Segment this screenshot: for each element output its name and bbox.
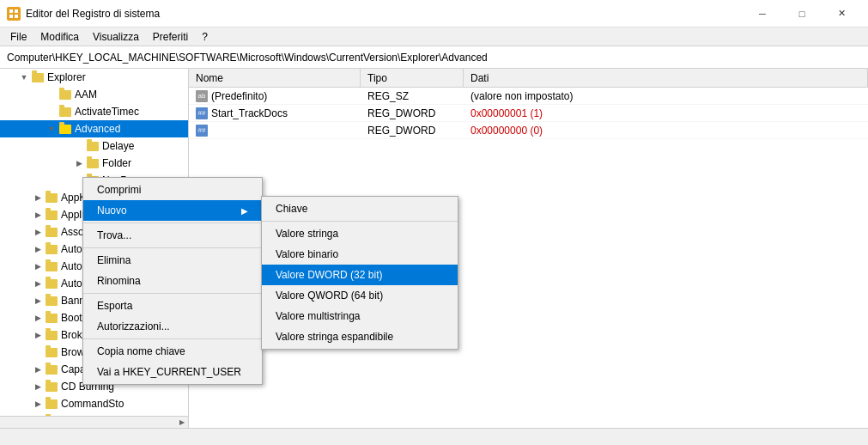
tree-item-commandsto[interactable]: ▶ CommandSto	[0, 395, 188, 412]
folder-icon	[45, 226, 58, 238]
reg-dword-icon: ##	[196, 107, 208, 119]
tree-item-delaye[interactable]: Delaye	[0, 137, 188, 155]
title-bar-left: Editor del Registro di sistema	[7, 7, 160, 21]
tree-item-explorer[interactable]: ▼ Explorer	[0, 69, 188, 86]
expand-icon: ▶	[31, 193, 45, 202]
col-header-nome[interactable]: Nome	[189, 69, 361, 87]
ctx-item-rinomina[interactable]: Rinomina	[83, 271, 262, 291]
svg-rect-0	[9, 9, 13, 13]
ctx-item-vai-hkcu[interactable]: Vai a HKEY_CURRENT_USER	[83, 362, 262, 382]
expand-icon: ▶	[31, 210, 45, 219]
svg-rect-1	[15, 9, 18, 13]
expand-icon: ▶	[31, 382, 45, 391]
cell-dati: 0x00000001 (1)	[464, 107, 868, 119]
reg-sz-icon: ab	[196, 90, 208, 102]
cell-nome: ## Start_TrackDocs	[189, 107, 361, 119]
menu-visualizza[interactable]: Visualizza	[86, 27, 146, 46]
window-title: Editor del Registro di sistema	[26, 8, 160, 20]
folder-icon	[86, 140, 100, 152]
minimize-button[interactable]: ─	[743, 0, 782, 27]
cell-tipo: REG_DWORD	[361, 107, 464, 119]
expand-icon: ▶	[31, 331, 45, 339]
folder-icon	[86, 157, 100, 169]
submenu: Chiave Valore stringa Valore binario Val…	[261, 196, 458, 350]
main-content: HTNovo ▼ Explorer AAM ActivateTimec ▼ Ad…	[0, 69, 868, 428]
app-icon	[7, 7, 21, 21]
sub-item-chiave[interactable]: Chiave	[262, 198, 458, 219]
expand-icon: ▶	[31, 279, 45, 288]
tree-item-advanced[interactable]: ▼ Advanced	[0, 120, 188, 137]
folder-icon	[45, 260, 58, 272]
cell-nome: ##	[189, 125, 361, 137]
context-menu: Comprimi Nuovo ▶ Trova... Elimina Rinomi…	[82, 177, 263, 385]
sub-item-valore-stringa-espandibile[interactable]: Valore stringa espandibile	[262, 326, 458, 347]
folder-icon	[45, 381, 58, 393]
col-header-dati[interactable]: Dati	[464, 69, 868, 87]
tree-item-activatetimec[interactable]: ActivateTimec	[0, 103, 188, 120]
expand-icon: ▶	[31, 314, 45, 322]
folder-icon	[45, 312, 58, 324]
sub-item-valore-qword[interactable]: Valore QWORD (64 bit)	[262, 285, 458, 306]
data-row[interactable]: ## Start_TrackDocs REG_DWORD 0x00000001 …	[189, 105, 868, 122]
folder-icon	[45, 295, 58, 307]
folder-icon	[45, 209, 58, 221]
cell-tipo: REG_DWORD	[361, 125, 464, 137]
expand-icon: ▼	[45, 125, 58, 133]
data-row[interactable]: ab (Predefinito) REG_SZ (valore non impo…	[189, 88, 868, 105]
folder-icon	[45, 346, 58, 358]
ctx-item-autorizzazioni[interactable]: Autorizzazioni...	[83, 316, 262, 337]
tree-item-folder[interactable]: ▶ Folder	[0, 155, 188, 172]
maximize-button[interactable]: □	[782, 0, 822, 27]
expand-icon: ▼	[17, 73, 31, 82]
menu-modifica[interactable]: Modifica	[33, 27, 86, 46]
sub-item-valore-dword[interactable]: Valore DWORD (32 bit)	[262, 265, 458, 285]
reg-dword-icon: ##	[196, 125, 208, 137]
ctx-item-nuovo[interactable]: Nuovo ▶	[83, 200, 262, 221]
ctx-separator	[262, 221, 458, 222]
folder-icon	[45, 192, 58, 204]
menu-file[interactable]: File	[3, 27, 33, 46]
title-bar: Editor del Registro di sistema ─ □ ✕	[0, 0, 868, 27]
ctx-separator	[83, 338, 262, 339]
folder-icon	[45, 277, 58, 290]
folder-icon	[31, 71, 45, 83]
expand-icon: ▶	[72, 159, 86, 168]
svg-rect-3	[15, 15, 18, 18]
folder-icon	[58, 123, 72, 135]
submenu-arrow: ▶	[241, 206, 248, 216]
window-controls: ─ □ ✕	[743, 0, 861, 27]
sub-item-valore-binario[interactable]: Valore binario	[262, 244, 458, 265]
expand-icon: ▶	[31, 365, 45, 374]
svg-rect-2	[9, 15, 13, 18]
menu-preferiti[interactable]: Preferiti	[146, 27, 195, 46]
address-bar: Computer\HKEY_LOCAL_MACHINE\SOFTWARE\Mic…	[0, 46, 868, 69]
status-bar	[0, 428, 868, 445]
ctx-item-esporta[interactable]: Esporta	[83, 296, 262, 316]
folder-icon	[58, 88, 72, 101]
col-header-tipo[interactable]: Tipo	[361, 69, 464, 87]
sub-item-valore-multistringa[interactable]: Valore multistringa	[262, 306, 458, 326]
menu-help[interactable]: ?	[195, 27, 215, 46]
ctx-item-copia-nome[interactable]: Copia nome chiave	[83, 341, 262, 362]
ctx-item-comprimi[interactable]: Comprimi	[83, 180, 262, 200]
cell-nome: ab (Predefinito)	[189, 90, 361, 102]
ctx-item-elimina[interactable]: Elimina	[83, 250, 262, 271]
ctx-item-trova[interactable]: Trova...	[83, 225, 262, 246]
menu-bar: File Modifica Visualizza Preferiti ?	[0, 27, 868, 46]
tree-item-aam[interactable]: AAM	[0, 86, 188, 103]
expand-icon: ▶	[31, 228, 45, 236]
tree-scrollbar: ▶	[0, 416, 188, 428]
column-headers: Nome Tipo Dati	[189, 69, 868, 88]
address-path: Computer\HKEY_LOCAL_MACHINE\SOFTWARE\Mic…	[7, 52, 488, 64]
close-button[interactable]: ✕	[822, 0, 861, 27]
folder-icon	[58, 106, 72, 118]
expand-icon: ▶	[31, 262, 45, 271]
expand-icon: ▶	[31, 399, 45, 408]
cell-tipo: REG_SZ	[361, 90, 464, 102]
sub-item-valore-stringa[interactable]: Valore stringa	[262, 223, 458, 244]
folder-icon	[45, 363, 58, 375]
data-row[interactable]: ## REG_DWORD 0x00000000 (0)	[189, 122, 868, 139]
folder-icon	[45, 398, 58, 410]
expand-icon: ▶	[31, 245, 45, 253]
ctx-separator	[83, 247, 262, 248]
